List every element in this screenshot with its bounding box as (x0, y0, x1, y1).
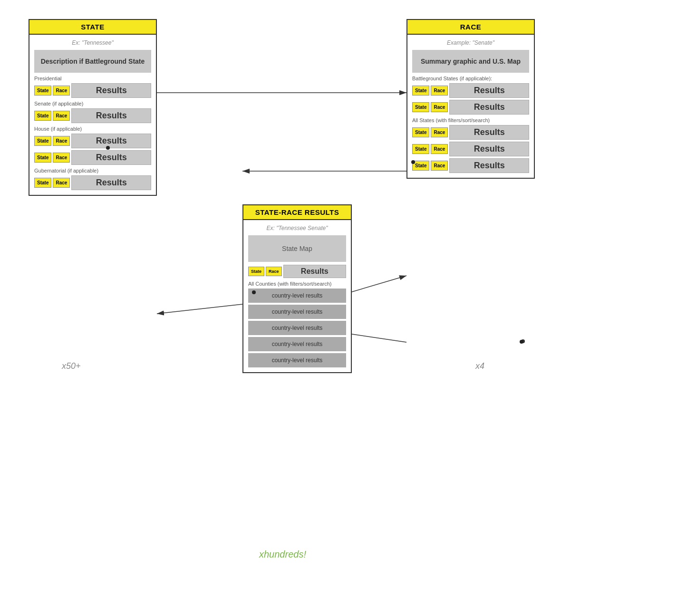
state-senate-label: Senate (if applicable) (34, 101, 151, 106)
state-race-result-row: State Race Results (248, 265, 346, 278)
state-tag: State (412, 127, 429, 137)
state-tag: State (412, 86, 429, 96)
state-house-label: House (if applicable) (34, 126, 151, 132)
state-gubernatorial-label: Gubernatorial (if applicable) (34, 168, 151, 173)
state-tag: State (34, 153, 51, 163)
svg-line-6 (342, 333, 406, 342)
race-tag: Race (53, 178, 70, 188)
results-tag: Results (449, 142, 529, 156)
county-row-4: country-level results (248, 337, 346, 351)
results-tag: Results (71, 108, 151, 123)
state-tag: State (412, 102, 429, 112)
race-tag: Race (53, 111, 70, 121)
results-tag: Results (449, 158, 529, 173)
county-row-1: country-level results (248, 289, 346, 303)
results-tag: Results (71, 83, 151, 98)
race-tag: Race (53, 136, 70, 146)
state-presidential-label: Presidential (34, 76, 151, 81)
svg-line-4 (342, 276, 406, 295)
state-race-multiplier: xhundreds! (259, 549, 306, 560)
connector-dot-3 (252, 290, 256, 294)
state-presidential-row: State Race Results (34, 83, 151, 98)
county-row-3: country-level results (248, 321, 346, 335)
race-battleground-row-2: State Race Results (412, 100, 529, 115)
state-card-header: STATE (29, 20, 156, 35)
race-tag: Race (53, 86, 70, 96)
state-house-row-2: State Race Results (34, 150, 151, 165)
state-senate-row: State Race Results (34, 108, 151, 123)
state-race-card-header: STATE-RACE RESULTS (243, 205, 351, 220)
results-tag: Results (71, 175, 151, 190)
state-multiplier: x50+ (62, 361, 81, 371)
race-tag: Race (431, 161, 448, 171)
results-tag: Results (449, 83, 529, 98)
race-allstates-label: All States (with filters/sort/search) (412, 117, 529, 123)
state-tag: State (34, 86, 51, 96)
race-tag: Race (431, 102, 448, 112)
results-tag: Results (283, 265, 346, 278)
race-battleground-label: Battleground States (if applicable): (412, 76, 529, 81)
state-tag: State (34, 111, 51, 121)
results-tag: Results (71, 134, 151, 148)
state-card-subtitle: Ex: "Tennessee" (34, 38, 151, 47)
race-tag: Race (431, 127, 448, 137)
state-house-row-1: State Race Results (34, 134, 151, 148)
race-tag: Race (266, 267, 282, 276)
race-card-header: RACE (407, 20, 534, 35)
county-row-2: country-level results (248, 305, 346, 319)
connector-dot-4 (520, 340, 523, 344)
state-desc-box: Description if Battleground State (34, 50, 151, 73)
race-tag: Race (53, 153, 70, 163)
results-tag: Results (71, 150, 151, 165)
state-map-box: State Map (248, 235, 346, 262)
race-allstates-row-1: State Race Results (412, 125, 529, 140)
race-multiplier: x4 (475, 361, 484, 371)
state-tag: State (34, 136, 51, 146)
race-desc-box: Summary graphic and U.S. Map (412, 50, 529, 73)
state-gubernatorial-row: State Race Results (34, 175, 151, 190)
svg-line-5 (157, 304, 242, 314)
all-counties-label: All Counties (with filters/sort/search) (248, 281, 346, 287)
county-row-5: country-level results (248, 353, 346, 367)
results-tag: Results (449, 125, 529, 140)
state-race-card: STATE-RACE RESULTS Ex: "Tennessee Senate… (242, 204, 352, 373)
race-allstates-row-2: State Race Results (412, 142, 529, 156)
race-card-subtitle: Example: "Senate" (412, 38, 529, 47)
race-card: RACE Example: "Senate" Summary graphic a… (406, 19, 535, 179)
state-tag: State (248, 267, 264, 276)
race-battleground-row-1: State Race Results (412, 83, 529, 98)
connector-dot-1 (106, 146, 110, 150)
results-tag: Results (449, 100, 529, 115)
state-tag: State (412, 144, 429, 154)
race-tag: Race (431, 86, 448, 96)
state-card: STATE Ex: "Tennessee" Description if Bat… (29, 19, 157, 196)
race-tag: Race (431, 144, 448, 154)
state-tag: State (34, 178, 51, 188)
diagram-container: STATE Ex: "Tennessee" Description if Bat… (0, 0, 677, 616)
race-allstates-row-3: State Race Results (412, 158, 529, 173)
state-race-card-subtitle: Ex: "Tennessee Senate" (248, 223, 346, 232)
connector-dot-2 (411, 160, 415, 164)
